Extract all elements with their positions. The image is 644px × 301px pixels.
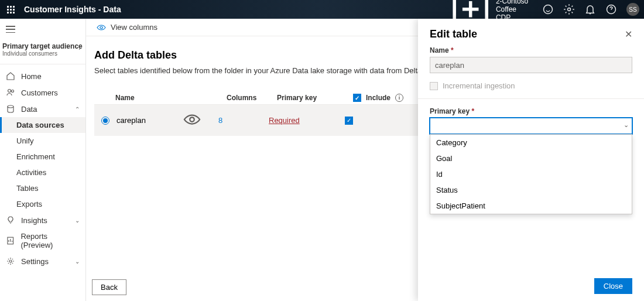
- eye-icon: [97, 23, 106, 32]
- chevron-down-icon: ⌄: [75, 258, 80, 265]
- dropdown-option[interactable]: SubjectPatient: [430, 198, 632, 214]
- dropdown-option[interactable]: Id: [430, 166, 632, 182]
- panel-title: Edit table: [430, 28, 477, 40]
- nav-label: Settings: [21, 257, 49, 266]
- nav-label: Customers: [21, 88, 58, 97]
- nav-label: Home: [21, 72, 42, 81]
- audience-subtitle: Individual consumers: [2, 50, 83, 57]
- nav-data[interactable]: Data⌃: [0, 101, 85, 117]
- primary-key-combobox[interactable]: ⌄ Category Goal Id Status SubjectPatient: [430, 118, 632, 134]
- primary-key-dropdown: Category Goal Id Status SubjectPatient: [430, 134, 632, 214]
- nav-label: Activities: [16, 168, 46, 177]
- nav-label: Reports (Preview): [20, 232, 80, 249]
- smiley-icon[interactable]: [542, 4, 554, 15]
- nav-home[interactable]: Home: [0, 68, 85, 84]
- nav-label: Unify: [16, 136, 34, 145]
- help-icon[interactable]: [605, 4, 617, 15]
- nav-tables[interactable]: Tables: [0, 180, 85, 196]
- name-input: [430, 57, 632, 73]
- nav-insights[interactable]: Insights⌄: [0, 212, 85, 228]
- name-label: Name *: [430, 46, 632, 54]
- col-header-name: Name: [115, 94, 227, 102]
- hamburger-icon[interactable]: [0, 19, 85, 40]
- sidebar: Primary target audience Individual consu…: [0, 19, 86, 301]
- back-button[interactable]: Back: [92, 279, 126, 295]
- svg-point-4: [8, 90, 11, 93]
- row-columns-link[interactable]: 8: [218, 116, 222, 125]
- nav-data-sources[interactable]: Data sources: [0, 117, 85, 133]
- row-primary-key-link[interactable]: Required: [269, 116, 300, 125]
- close-button[interactable]: Close: [594, 278, 632, 294]
- row-name: careplan: [117, 116, 146, 125]
- nav-settings[interactable]: Settings⌄: [0, 253, 85, 269]
- gear-icon[interactable]: [563, 4, 575, 15]
- dropdown-option[interactable]: Goal: [430, 150, 632, 166]
- primary-key-input[interactable]: [430, 118, 632, 134]
- nav-activities[interactable]: Activities: [0, 165, 85, 180]
- nav-label: Enrichment: [16, 152, 55, 161]
- svg-point-10: [190, 117, 194, 122]
- svg-point-5: [12, 90, 14, 93]
- svg-point-8: [9, 260, 12, 262]
- info-icon[interactable]: i: [395, 94, 403, 102]
- topbar: Customer Insights - Data 2-Contoso Coffe…: [0, 0, 644, 19]
- preview-icon[interactable]: [183, 121, 201, 130]
- avatar[interactable]: SS: [626, 3, 639, 16]
- nav-reports[interactable]: Reports (Preview): [0, 228, 85, 253]
- include-all-checkbox[interactable]: ✓: [353, 94, 361, 102]
- close-icon[interactable]: ✕: [625, 29, 632, 40]
- report-icon: [6, 236, 15, 245]
- divider: [418, 98, 644, 99]
- checkbox-icon: [430, 82, 438, 90]
- svg-point-6: [8, 105, 13, 108]
- audience-picker[interactable]: Primary target audience Individual consu…: [0, 40, 85, 64]
- svg-point-9: [100, 26, 102, 29]
- nav-customers[interactable]: Customers: [0, 84, 85, 101]
- audience-title: Primary target audience: [2, 42, 83, 50]
- lightbulb-icon: [6, 216, 15, 225]
- incremental-ingestion-checkbox: Incremental ingestion: [430, 81, 632, 90]
- gear-icon: [6, 256, 15, 266]
- view-columns-button[interactable]: View columns: [111, 23, 157, 32]
- row-include-checkbox[interactable]: ✓: [345, 117, 353, 125]
- nav-label: Exports: [16, 200, 42, 208]
- row-radio[interactable]: [101, 117, 109, 125]
- chevron-down-icon[interactable]: ⌄: [624, 121, 629, 129]
- chevron-up-icon: ⌃: [75, 106, 80, 112]
- home-icon: [6, 71, 15, 81]
- col-header-columns: Columns: [227, 94, 277, 102]
- nav-unify[interactable]: Unify: [0, 133, 85, 149]
- app-title: Customer Insights - Data: [24, 5, 121, 14]
- app-launcher-icon[interactable]: [5, 4, 17, 16]
- nav-label: Data: [21, 105, 37, 114]
- incremental-label: Incremental ingestion: [443, 81, 515, 90]
- bell-icon[interactable]: [584, 4, 596, 15]
- primary-key-label: Primary key *: [430, 107, 632, 115]
- nav-label: Data sources: [16, 121, 64, 129]
- svg-point-2: [568, 8, 571, 11]
- nav-exports[interactable]: Exports: [0, 196, 85, 212]
- database-icon: [6, 104, 15, 114]
- nav-label: Tables: [16, 184, 39, 193]
- svg-point-1: [544, 5, 553, 14]
- chevron-down-icon: ⌄: [75, 217, 80, 224]
- chevron-right-icon: ›: [78, 45, 81, 52]
- nav-enrichment[interactable]: Enrichment: [0, 149, 85, 165]
- col-header-primary-key: Primary key: [277, 94, 353, 102]
- col-header-include: Include: [366, 94, 390, 102]
- dropdown-option[interactable]: Category: [430, 135, 632, 150]
- dropdown-option[interactable]: Status: [430, 182, 632, 198]
- users-icon: [6, 88, 15, 97]
- edit-table-panel: Edit table ✕ Name * Incremental ingestio…: [418, 19, 644, 301]
- nav-label: Insights: [21, 216, 47, 225]
